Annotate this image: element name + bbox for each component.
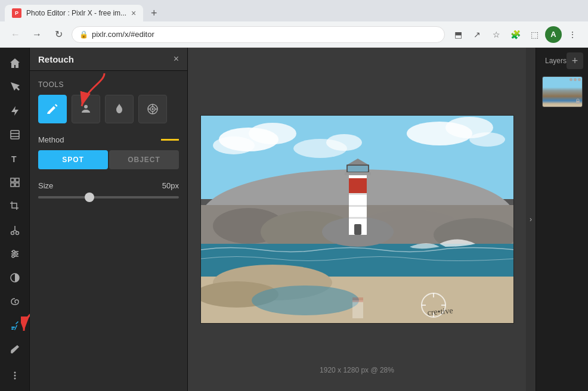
- layer-dot-1: [570, 78, 572, 81]
- method-indicator: [161, 139, 179, 141]
- chevron-right-icon: ›: [530, 215, 532, 224]
- layer-dot-2: [574, 78, 577, 81]
- left-toolbar: T: [0, 48, 30, 391]
- svg-rect-60: [349, 193, 367, 195]
- svg-rect-61: [349, 205, 367, 207]
- tools-section-label: Tools: [38, 80, 179, 89]
- tab-close-btn[interactable]: ×: [131, 8, 136, 18]
- size-section: Size 50px: [38, 181, 179, 198]
- new-tab-button[interactable]: +: [146, 5, 162, 21]
- panel-title: Retouch: [38, 54, 74, 64]
- svg-point-56: [252, 286, 359, 315]
- layer-lock-icon: [575, 98, 581, 105]
- panel-header: Retouch ×: [30, 48, 187, 71]
- svg-point-17: [15, 253, 17, 255]
- clone-tool-option[interactable]: [72, 95, 100, 123]
- object-method-btn[interactable]: OBJECT: [109, 150, 179, 169]
- bookmark-icon[interactable]: ☆: [488, 26, 505, 43]
- svg-rect-65: [348, 166, 368, 172]
- toolbar-actions: ⬒ ↗ ☆ 🧩 ⬚ A ⋮: [450, 26, 581, 43]
- layer-options: [570, 78, 581, 81]
- panel-collapse-handle[interactable]: ›: [526, 48, 536, 391]
- svg-point-16: [13, 250, 15, 253]
- canvas-status: 1920 x 1280 px @ 28%: [188, 366, 526, 374]
- back-button[interactable]: ←: [7, 26, 24, 43]
- spot-method-btn[interactable]: SPOT: [38, 150, 108, 169]
- lock-icon: 🔒: [79, 30, 88, 39]
- lightning-tool[interactable]: [4, 100, 26, 122]
- svg-point-32: [152, 108, 153, 110]
- extensions-icon[interactable]: 🧩: [507, 26, 524, 43]
- layers-title: Layers: [541, 57, 567, 65]
- cast-icon[interactable]: ⬒: [450, 26, 466, 43]
- url-text: pixlr.com/x/#editor: [92, 30, 154, 39]
- svg-rect-63: [349, 178, 367, 193]
- svg-point-29: [84, 105, 88, 108]
- svg-point-18: [12, 255, 14, 257]
- svg-rect-68: [354, 224, 361, 235]
- retouch-tool[interactable]: [4, 315, 26, 336]
- svg-point-23: [11, 351, 13, 353]
- share-icon[interactable]: ↗: [469, 26, 485, 43]
- layer-thumbnail[interactable]: [542, 76, 583, 107]
- select-tool[interactable]: [4, 76, 26, 98]
- text-tool[interactable]: T: [4, 148, 26, 169]
- layers-top: Layers +: [536, 48, 588, 74]
- canvas-area[interactable]: ©cre•tive cre•tive 1920 x 1280 px @ 28%: [188, 48, 526, 391]
- panel-close-btn[interactable]: ×: [174, 54, 179, 64]
- profile-menu-icon[interactable]: ⬚: [526, 26, 543, 43]
- menu-button[interactable]: ⋮: [564, 26, 581, 43]
- heal-tool-option[interactable]: [38, 95, 67, 123]
- image-canvas-svg: ©cre•tive cre•tive: [201, 116, 514, 324]
- svg-point-39: [249, 123, 296, 144]
- active-tab[interactable]: P Photo Editor : Pixlr X - free im... ×: [5, 5, 143, 21]
- add-layer-btn[interactable]: +: [567, 52, 583, 69]
- layers-icon-tool[interactable]: [4, 124, 26, 145]
- svg-point-26: [14, 378, 16, 380]
- svg-rect-21: [11, 328, 14, 330]
- method-section: Method SPOT OBJECT: [38, 135, 179, 169]
- blur-tool-option[interactable]: [105, 95, 134, 123]
- cut-tool[interactable]: [4, 219, 26, 241]
- svg-text:T: T: [11, 154, 17, 164]
- canvas-image[interactable]: ©cre•tive cre•tive: [200, 115, 514, 324]
- adjust-tool[interactable]: [4, 243, 26, 265]
- svg-point-8: [11, 232, 14, 235]
- svg-rect-6: [11, 183, 14, 187]
- svg-rect-4: [11, 178, 14, 182]
- method-title: Method: [38, 135, 64, 144]
- layers-panel: Layers +: [536, 48, 588, 391]
- svg-rect-78: [576, 101, 580, 104]
- circle-half-tool[interactable]: [4, 267, 26, 288]
- sharpen-tool-option[interactable]: [138, 95, 167, 123]
- home-tool[interactable]: [4, 52, 26, 74]
- size-header: Size 50px: [38, 181, 179, 190]
- size-slider-thumb[interactable]: [85, 193, 94, 202]
- pattern-tool[interactable]: [4, 172, 26, 193]
- tab-title: Photo Editor : Pixlr X - free im...: [26, 9, 126, 17]
- svg-rect-7: [16, 183, 19, 187]
- svg-rect-5: [16, 178, 19, 182]
- svg-rect-62: [349, 217, 367, 219]
- svg-rect-69: [352, 300, 363, 318]
- layer-dot-3: [578, 78, 581, 81]
- size-value-display: 50px: [162, 181, 179, 190]
- swirl-tool[interactable]: [4, 291, 26, 312]
- svg-point-45: [469, 132, 505, 147]
- svg-point-42: [326, 134, 362, 151]
- svg-point-25: [14, 375, 16, 377]
- browser-chrome: P Photo Editor : Pixlr X - free im... × …: [0, 0, 588, 48]
- svg-rect-20: [11, 327, 15, 328]
- more-tools[interactable]: [4, 365, 26, 386]
- crop-tool[interactable]: [4, 196, 26, 217]
- favicon: P: [12, 8, 21, 18]
- method-header: Method: [38, 135, 179, 144]
- profile-button[interactable]: A: [545, 26, 562, 43]
- svg-point-9: [16, 232, 18, 235]
- reload-button[interactable]: ↻: [50, 26, 67, 43]
- size-slider-track[interactable]: [38, 196, 179, 198]
- app-container: T: [0, 48, 588, 391]
- forward-button[interactable]: →: [29, 26, 45, 43]
- brush-tool[interactable]: [4, 339, 26, 360]
- address-bar[interactable]: 🔒 pixlr.com/x/#editor: [72, 26, 445, 43]
